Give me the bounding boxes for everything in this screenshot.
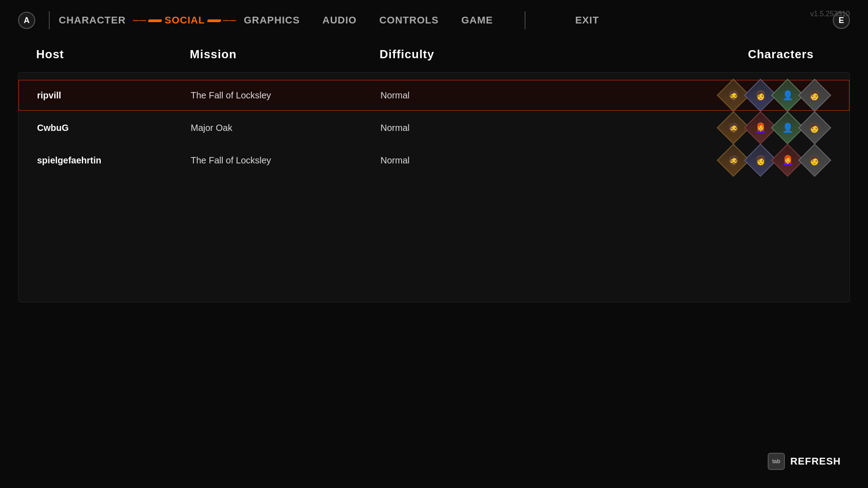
row-characters: 🧔 👩‍🦰 👤 🧑 xyxy=(570,116,831,139)
nav-item-game[interactable]: Game xyxy=(461,14,493,26)
bottom-bar: tab Refresh xyxy=(768,453,841,470)
nav-item-audio[interactable]: Audio xyxy=(323,14,357,26)
refresh-button[interactable]: Refresh xyxy=(790,455,841,467)
row-host: spielgefaehrtin xyxy=(37,155,191,166)
character-avatar: 🧑 xyxy=(803,149,826,172)
row-difficulty: Normal xyxy=(380,155,570,166)
col-header-host: Host xyxy=(36,47,190,61)
tab-icon[interactable]: tab xyxy=(768,453,785,470)
version-text: v1.5.253310 xyxy=(810,10,850,18)
lobby-row[interactable]: ripvill The Fall of Locksley Normal 🧔 👩 … xyxy=(19,80,849,111)
lobby-row[interactable]: spielgefaehrtin The Fall of Locksley Nor… xyxy=(19,145,849,176)
row-mission: The Fall of Locksley xyxy=(191,155,380,166)
character-avatar: 👩‍🦰 xyxy=(776,149,799,172)
nav-items: Character Social Graphics Audio Controls… xyxy=(59,11,833,29)
top-nav: A Character Social Graphics Audio Contro… xyxy=(0,0,868,41)
row-difficulty: Normal xyxy=(380,123,570,133)
col-header-characters: Characters xyxy=(569,47,832,61)
nav-item-social[interactable]: Social xyxy=(148,14,221,26)
row-mission: Major Oak xyxy=(191,123,380,133)
lobby-container: ripvill The Fall of Locksley Normal 🧔 👩 … xyxy=(18,72,850,302)
nav-divider-left xyxy=(49,11,50,29)
character-avatar: 🧑 xyxy=(803,84,826,107)
row-difficulty: Normal xyxy=(380,90,570,101)
nav-item-controls[interactable]: Controls xyxy=(379,14,438,26)
table-header: Host Mission Difficulty Characters xyxy=(0,41,868,68)
row-host: ripvill xyxy=(37,90,191,101)
tab-icon-label: tab xyxy=(772,458,780,465)
character-avatar: 👩‍🦰 xyxy=(749,116,772,139)
col-header-mission: Mission xyxy=(190,47,380,61)
col-header-difficulty: Difficulty xyxy=(380,47,569,61)
nav-item-graphics[interactable]: Graphics xyxy=(244,14,300,26)
nav-item-character[interactable]: Character xyxy=(59,14,126,26)
nav-item-exit[interactable]: Exit xyxy=(575,14,599,26)
lobby-row[interactable]: CwbuG Major Oak Normal 🧔 👩‍🦰 👤 xyxy=(19,112,849,143)
avatar-diamond: 🧑 xyxy=(798,144,831,177)
character-avatar: 👤 xyxy=(776,116,799,139)
nav-btn-a[interactable]: A xyxy=(18,12,35,29)
character-avatar: 👩 xyxy=(749,149,772,172)
social-decor-left xyxy=(148,19,163,22)
character-avatar: 👤 xyxy=(776,84,799,107)
row-characters: 🧔 👩 👩‍🦰 🧑 xyxy=(570,149,831,172)
character-avatar: 🧑 xyxy=(803,116,826,139)
avatar-diamond: 🧑 xyxy=(798,79,831,112)
character-avatar: 🧔 xyxy=(722,149,745,172)
btn-a-label: A xyxy=(24,16,30,25)
character-avatar: 🧔 xyxy=(722,84,745,107)
row-characters: 🧔 👩 👤 🧑 xyxy=(570,84,831,107)
social-decor-right xyxy=(207,19,222,22)
nav-divider-right xyxy=(525,11,525,29)
avatar-diamond: 🧑 xyxy=(798,111,831,144)
row-mission: The Fall of Locksley xyxy=(191,90,380,101)
character-avatar: 👩 xyxy=(749,84,772,107)
row-host: CwbuG xyxy=(37,123,191,133)
character-avatar: 🧔 xyxy=(722,116,745,139)
